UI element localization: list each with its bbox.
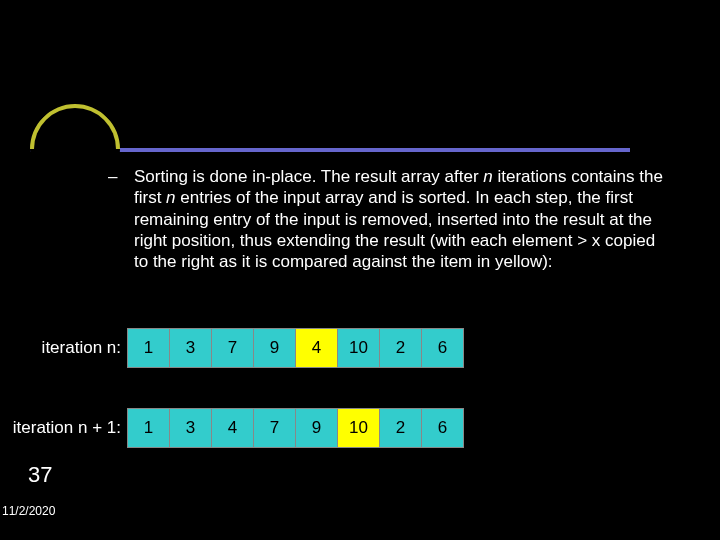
- row-label: iteration n + 1:: [10, 418, 121, 438]
- iteration-row-n: iteration n: 137941026: [36, 328, 464, 368]
- array-cell: 6: [421, 328, 463, 368]
- array-cell: 1: [127, 408, 169, 448]
- header-circle: [11, 85, 138, 212]
- var-n: n: [166, 188, 175, 207]
- array-cells: 137941026: [127, 328, 464, 368]
- date: 11/2/2020: [2, 504, 55, 518]
- array-cell: 3: [169, 328, 211, 368]
- array-cell: 4: [295, 328, 337, 368]
- text-part: entries of the input array and is sorted…: [134, 188, 655, 271]
- array-cells: 134791026: [127, 408, 464, 448]
- array-cell: 1: [127, 328, 169, 368]
- array-cell: 10: [337, 408, 379, 448]
- array-cell: 7: [253, 408, 295, 448]
- bullet-dash: –: [108, 167, 117, 187]
- main-paragraph: Sorting is done in-place. The result arr…: [134, 166, 674, 272]
- text-part: Sorting is done in-place. The result arr…: [134, 167, 483, 186]
- array-cell: 9: [295, 408, 337, 448]
- array-cell: 2: [379, 328, 421, 368]
- iteration-row-n-plus-1: iteration n + 1: 134791026: [10, 408, 464, 448]
- array-cell: 10: [337, 328, 379, 368]
- row-label: iteration n:: [36, 338, 121, 358]
- var-n: n: [483, 167, 492, 186]
- array-cell: 2: [379, 408, 421, 448]
- array-cell: 9: [253, 328, 295, 368]
- slide-number: 37: [28, 462, 52, 488]
- array-cell: 4: [211, 408, 253, 448]
- array-cell: 7: [211, 328, 253, 368]
- array-cell: 3: [169, 408, 211, 448]
- array-cell: 6: [421, 408, 463, 448]
